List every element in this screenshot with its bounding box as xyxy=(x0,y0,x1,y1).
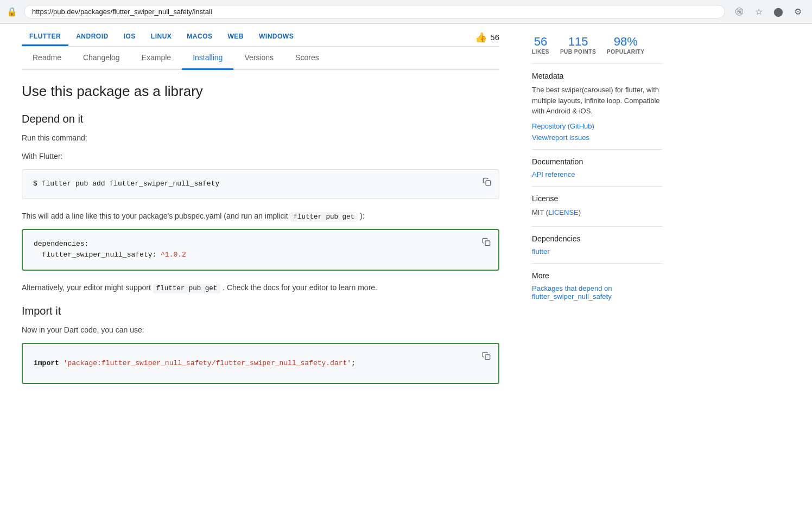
depend-heading: Depend on it xyxy=(22,113,499,125)
stat-popularity-label: POPULARITY xyxy=(607,49,644,55)
flutter-pub-get-inline-1: flutter pub get xyxy=(290,212,358,222)
flutter-command-code: $ flutter pub add flutter_swiper_null_sa… xyxy=(33,180,219,188)
metadata-title: Metadata xyxy=(532,72,662,80)
alternatively-text-1: Alternatively, your editor might support xyxy=(22,283,151,292)
main-heading: Use this package as a library xyxy=(22,83,499,100)
thumbs-up-icon[interactable]: 👍 xyxy=(475,31,487,43)
import-heading: Import it xyxy=(22,305,499,317)
nav-tabs: Readme Changelog Example Installing Vers… xyxy=(22,47,499,70)
svg-rect-0 xyxy=(486,181,491,186)
import-code-block: import 'package:flutter_swiper_null_safe… xyxy=(22,343,499,385)
translate-icon[interactable]: ㊗ xyxy=(732,4,747,20)
stat-likes: 56 LIKES xyxy=(532,35,549,55)
import-keyword: import xyxy=(34,359,59,367)
import-code: import 'package:flutter_swiper_null_safe… xyxy=(34,353,487,375)
flutter-command-block: $ flutter pub add flutter_swiper_null_sa… xyxy=(22,169,499,199)
like-section: 👍 56 xyxy=(475,31,499,43)
stat-popularity-value: 98% xyxy=(607,35,644,49)
svg-rect-2 xyxy=(485,355,490,360)
platform-tab-macos[interactable]: MACOS xyxy=(179,28,220,46)
more-title: More xyxy=(532,271,662,280)
tab-changelog[interactable]: Changelog xyxy=(72,47,131,70)
dependencies-divider xyxy=(532,263,662,264)
settings-icon[interactable]: ⚙ xyxy=(790,4,805,20)
tab-example[interactable]: Example xyxy=(131,47,182,70)
license-title: License xyxy=(532,194,662,203)
platform-tab-android[interactable]: ANDROID xyxy=(68,28,116,46)
stat-likes-value: 56 xyxy=(532,35,549,49)
pubspec-intro-text-2: ): xyxy=(360,212,365,220)
stat-likes-label: LIKES xyxy=(532,49,549,55)
yaml-code: dependencies: flutter_swiper_null_safety… xyxy=(34,239,487,261)
metadata-description: The best swiper(carousel) for flutter, w… xyxy=(532,85,662,117)
import-semicolon: ; xyxy=(351,359,356,367)
stat-popularity: 98% POPULARITY xyxy=(607,35,644,55)
platform-tab-web[interactable]: WEB xyxy=(220,28,252,46)
svg-rect-1 xyxy=(485,241,490,246)
documentation-divider xyxy=(532,186,662,187)
tab-scores[interactable]: Scores xyxy=(284,47,330,70)
platform-tabs: FLUTTER ANDROID IOS LINUX MACOS WEB WIND… xyxy=(22,24,475,46)
main-content: FLUTTER ANDROID IOS LINUX MACOS WEB WIND… xyxy=(0,24,521,395)
license-link[interactable]: LICENSE xyxy=(548,208,579,216)
stat-pub-points-value: 115 xyxy=(560,35,596,49)
metadata-divider xyxy=(532,149,662,150)
tab-readme[interactable]: Readme xyxy=(22,47,72,70)
run-command-text: Run this command: xyxy=(22,132,499,144)
dependencies-title: Dependencies xyxy=(532,234,662,243)
license-divider xyxy=(532,226,662,227)
now-text: Now in your Dart code, you can use: xyxy=(22,324,499,336)
yaml-code-block: dependencies: flutter_swiper_null_safety… xyxy=(22,229,499,271)
yaml-line1: dependencies: xyxy=(34,240,88,248)
address-bar[interactable]: https://pub.dev/packages/flutter_swiper_… xyxy=(24,5,725,18)
copy-yaml-button[interactable] xyxy=(480,235,493,248)
pubspec-intro-text-1: This will add a line like this to your p… xyxy=(22,212,288,220)
with-flutter-text: With Flutter: xyxy=(22,150,499,162)
flutter-pub-get-inline-2: flutter pub get xyxy=(153,284,221,293)
lock-icon: 🔒 xyxy=(7,7,17,17)
like-count: 56 xyxy=(490,33,499,42)
alternatively-text: Alternatively, your editor might support… xyxy=(22,282,499,294)
documentation-title: Documentation xyxy=(532,157,662,166)
stat-pub-points-label: PUB POINTS xyxy=(560,49,596,55)
stats-divider xyxy=(532,63,662,64)
alternatively-text-2: . Check the docs for your editor to lear… xyxy=(223,283,377,292)
import-string: 'package:flutter_swiper_null_safety/flut… xyxy=(64,359,352,367)
yaml-indent: flutter_swiper_null_safety: xyxy=(34,251,161,259)
copy-import-button[interactable] xyxy=(480,349,493,362)
page-wrapper: FLUTTER ANDROID IOS LINUX MACOS WEB WIND… xyxy=(0,24,812,395)
platform-tabs-row: FLUTTER ANDROID IOS LINUX MACOS WEB WIND… xyxy=(22,24,499,46)
stats-row: 56 LIKES 115 PUB POINTS 98% POPULARITY xyxy=(532,35,662,55)
platform-tab-linux[interactable]: LINUX xyxy=(143,28,180,46)
platform-tab-windows[interactable]: WINDOWS xyxy=(251,28,301,46)
issues-link[interactable]: View/report issues xyxy=(532,133,662,142)
dependencies-flutter-link[interactable]: flutter xyxy=(532,247,662,255)
api-reference-link[interactable]: API reference xyxy=(532,170,662,178)
repository-link[interactable]: Repository (GitHub) xyxy=(532,122,662,130)
bookmark-icon[interactable]: ☆ xyxy=(751,4,766,20)
platform-tab-ios[interactable]: IOS xyxy=(116,28,143,46)
copy-flutter-command-button[interactable] xyxy=(480,175,493,188)
platform-tab-flutter[interactable]: FLUTTER xyxy=(22,28,68,46)
stat-pub-points: 115 PUB POINTS xyxy=(560,35,596,55)
sidebar: 56 LIKES 115 PUB POINTS 98% POPULARITY M… xyxy=(521,24,673,395)
url-text: https://pub.dev/packages/flutter_swiper_… xyxy=(32,8,212,16)
browser-icons: ㊗ ☆ ⬤ ⚙ xyxy=(732,4,805,20)
packages-depend-link[interactable]: Packages that depend on flutter_swiper_n… xyxy=(532,284,662,301)
pubspec-intro: This will add a line like this to your p… xyxy=(22,210,499,222)
profile-icon[interactable]: ⬤ xyxy=(771,4,786,20)
tab-installing[interactable]: Installing xyxy=(182,47,233,70)
yaml-version: ^1.0.2 xyxy=(161,251,186,259)
license-text: MIT (LICENSE) xyxy=(532,207,662,219)
tab-versions[interactable]: Versions xyxy=(233,47,284,70)
browser-chrome: 🔒 https://pub.dev/packages/flutter_swipe… xyxy=(0,0,812,24)
